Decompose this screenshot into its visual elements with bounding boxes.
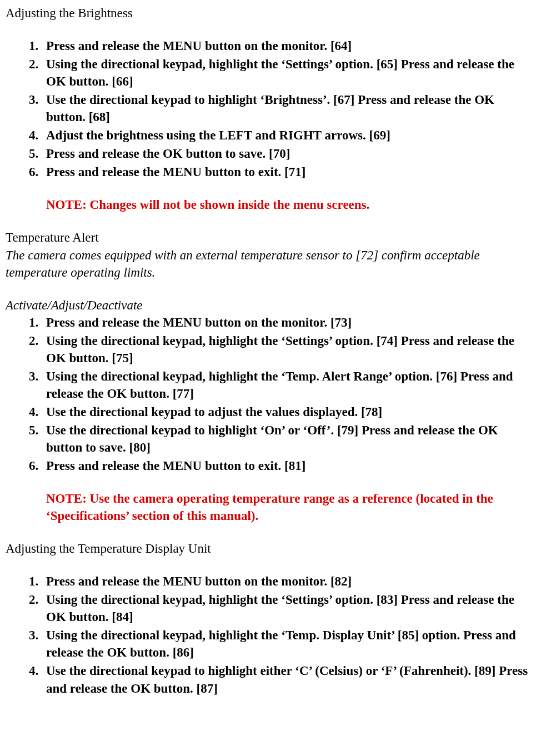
list-item: Press and release the OK button to save.… (42, 145, 535, 162)
section-2-steps: Press and release the MENU button on the… (6, 314, 535, 474)
list-item: Use the directional keypad to highlight … (42, 91, 535, 126)
list-item: Press and release the MENU button to exi… (42, 457, 535, 474)
list-item: Using the directional keypad, highlight … (42, 332, 535, 367)
section-3-heading: Adjusting the Temperature Display Unit (6, 540, 535, 557)
list-item: Use the directional keypad to highlight … (42, 422, 535, 456)
section-1-note: NOTE: Changes will not be shown inside t… (46, 196, 535, 213)
list-item: Press and release the MENU button on the… (42, 37, 535, 54)
list-item: Using the directional keypad, highlight … (42, 627, 535, 661)
list-item: Using the directional keypad, highlight … (42, 591, 535, 625)
section-2-subheading: Activate/Adjust/Deactivate (6, 297, 535, 314)
section-2-description: The camera comes equipped with an extern… (6, 247, 535, 281)
list-item: Using the directional keypad, highlight … (42, 368, 535, 402)
section-1-steps: Press and release the MENU button on the… (6, 37, 535, 181)
list-item: Press and release the MENU button on the… (42, 573, 535, 590)
list-item: Use the directional keypad to adjust the… (42, 403, 535, 420)
section-3-steps: Press and release the MENU button on the… (6, 573, 535, 697)
list-item: Press and release the MENU button to exi… (42, 163, 535, 181)
list-item: Press and release the MENU button on the… (42, 314, 535, 331)
section-1-heading: Adjusting the Brightness (6, 4, 535, 22)
list-item: Using the directional keypad, highlight … (42, 56, 535, 90)
section-2-heading: Temperature Alert (6, 229, 535, 246)
section-2-note: NOTE: Use the camera operating temperatu… (46, 490, 535, 524)
list-item: Adjust the brightness using the LEFT and… (42, 127, 535, 144)
list-item: Use the directional keypad to highlight … (42, 662, 535, 697)
